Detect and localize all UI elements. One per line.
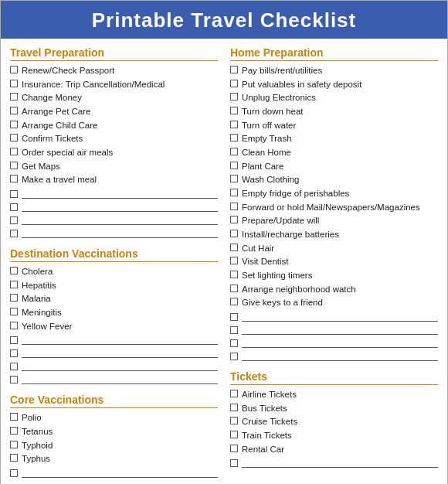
list-item[interactable]: Typhoid — [10, 439, 218, 452]
checkbox[interactable] — [230, 80, 238, 87]
checkbox[interactable] — [10, 93, 18, 101]
list-item[interactable]: Renew/Check Passport — [10, 64, 218, 77]
list-item[interactable]: Install/recharge batteries — [230, 228, 438, 241]
list-item[interactable]: Turn off water — [230, 119, 438, 132]
checkbox[interactable] — [230, 404, 238, 411]
list-item[interactable]: Set lighting timers — [230, 269, 438, 282]
list-item[interactable]: Visit Dentist — [230, 255, 438, 268]
checkbox[interactable] — [10, 413, 18, 421]
checkbox[interactable] — [230, 244, 238, 251]
checkbox[interactable] — [10, 190, 18, 198]
blank-line[interactable] — [230, 323, 438, 335]
list-item[interactable]: Give keys to a friend — [230, 296, 438, 309]
checkbox[interactable] — [10, 216, 18, 224]
checkbox[interactable] — [230, 93, 238, 101]
checkbox[interactable] — [230, 257, 238, 264]
blank-line[interactable] — [10, 333, 218, 345]
list-item[interactable]: Prepare/Update will — [230, 214, 438, 227]
checkbox[interactable] — [10, 469, 18, 477]
checkbox[interactable] — [10, 134, 18, 141]
list-item[interactable]: Typhus — [10, 452, 218, 465]
blank-line[interactable] — [10, 360, 218, 371]
list-item[interactable]: Get Maps — [10, 160, 218, 173]
blank-line[interactable] — [230, 336, 438, 348]
checkbox[interactable] — [230, 134, 238, 141]
checkbox[interactable] — [230, 203, 238, 210]
list-item[interactable]: Tetanus — [10, 425, 218, 438]
list-item[interactable]: Polio — [10, 411, 218, 424]
checkbox[interactable] — [10, 66, 18, 73]
list-item[interactable]: Empty Trash — [230, 132, 438, 145]
checkbox[interactable] — [230, 298, 238, 305]
blank-line[interactable] — [10, 213, 218, 225]
checkbox[interactable] — [10, 80, 18, 87]
checkbox[interactable] — [10, 267, 18, 274]
checkbox[interactable] — [10, 175, 18, 182]
list-item[interactable]: Confirm Tickets — [10, 132, 218, 145]
checkbox[interactable] — [10, 427, 18, 435]
checkbox[interactable] — [10, 203, 18, 211]
checkbox[interactable] — [230, 148, 238, 155]
list-item[interactable]: Arrange Child Care — [10, 119, 218, 132]
list-item[interactable]: Hepatitis — [10, 279, 218, 292]
checkbox[interactable] — [10, 294, 18, 302]
list-item[interactable]: Cruise Tickets — [230, 415, 438, 428]
checkbox[interactable] — [230, 162, 238, 169]
checkbox[interactable] — [230, 390, 238, 397]
blank-line[interactable] — [230, 349, 438, 361]
checkbox[interactable] — [230, 230, 238, 237]
checkbox[interactable] — [10, 322, 18, 329]
checkbox[interactable] — [10, 454, 18, 462]
list-item[interactable]: Pay bills/rent/utilities — [230, 64, 438, 77]
list-item[interactable]: Insurance: Trip Cancellation/Medical — [10, 78, 218, 91]
blank-line[interactable] — [10, 346, 218, 358]
list-item[interactable]: Airline Tickets — [230, 388, 438, 401]
checkbox[interactable] — [230, 271, 238, 278]
list-item[interactable]: Wash Clothing — [230, 173, 438, 186]
list-item[interactable]: Change Money — [10, 91, 218, 104]
list-item[interactable]: Forward or hold Mail/Newspapers/Magazine… — [230, 201, 438, 214]
checkbox[interactable] — [230, 339, 238, 347]
list-item[interactable]: Rental Car — [230, 443, 438, 456]
blank-line[interactable] — [10, 466, 218, 478]
list-item[interactable]: Meningitis — [10, 306, 218, 319]
list-item[interactable]: Put valuables in safety deposit — [230, 78, 438, 91]
checkbox[interactable] — [10, 230, 18, 237]
checkbox[interactable] — [230, 189, 238, 196]
blank-line[interactable] — [10, 227, 218, 238]
list-item[interactable]: Yellow Fever — [10, 320, 218, 333]
list-item[interactable]: Clean Home — [230, 146, 438, 159]
checkbox[interactable] — [230, 326, 238, 334]
checkbox[interactable] — [10, 349, 18, 357]
checkbox[interactable] — [230, 107, 238, 114]
list-item[interactable]: Cholera — [10, 265, 218, 278]
list-item[interactable]: Cut Hair — [230, 242, 438, 255]
checkbox[interactable] — [230, 445, 238, 452]
blank-line[interactable] — [10, 373, 218, 384]
list-item[interactable]: Train Tickets — [230, 429, 438, 442]
checkbox[interactable] — [10, 363, 18, 370]
checkbox[interactable] — [230, 121, 238, 128]
checkbox[interactable] — [10, 336, 18, 344]
blank-line[interactable] — [10, 200, 218, 212]
checkbox[interactable] — [10, 441, 18, 448]
checkbox[interactable] — [230, 431, 238, 438]
list-item[interactable]: Empty fridge of perishables — [230, 187, 438, 200]
list-item[interactable]: Arrange neighborhood watch — [230, 283, 438, 296]
checkbox[interactable] — [230, 417, 238, 424]
checkbox[interactable] — [10, 308, 18, 315]
checkbox[interactable] — [10, 148, 18, 155]
checkbox[interactable] — [230, 459, 238, 467]
checkbox[interactable] — [230, 175, 238, 182]
checkbox[interactable] — [230, 66, 238, 73]
checkbox[interactable] — [230, 353, 238, 360]
list-item[interactable]: Turn down heat — [230, 105, 438, 118]
list-item[interactable]: Malaria — [10, 292, 218, 305]
checkbox[interactable] — [230, 313, 238, 321]
list-item[interactable]: Arrange Pet Care — [10, 105, 218, 118]
checkbox[interactable] — [10, 376, 18, 383]
list-item[interactable]: Make a travel meal — [10, 173, 218, 186]
checkbox[interactable] — [230, 216, 238, 223]
blank-line[interactable] — [10, 187, 218, 199]
list-item[interactable]: Unplug Electronics — [230, 91, 438, 104]
